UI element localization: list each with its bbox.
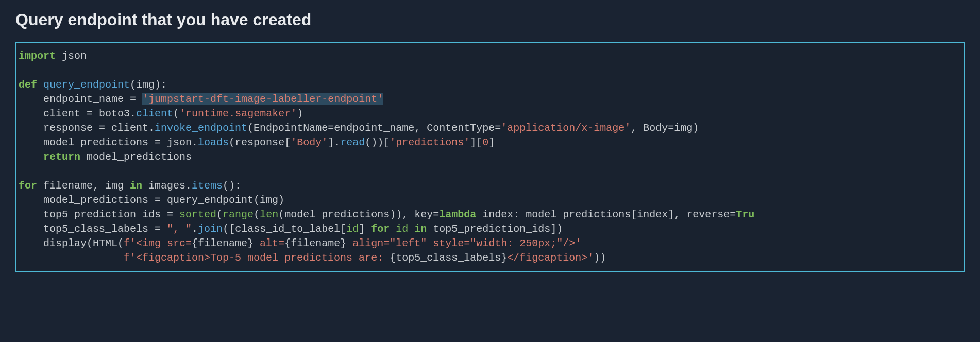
code-token: ]	[488, 136, 495, 148]
code-token: {filename}	[284, 237, 346, 249]
code-token: {top5_class_labels}	[390, 252, 507, 264]
code-token: query_endpoint(img)	[161, 194, 284, 206]
code-token	[408, 223, 414, 235]
code-token: =	[167, 209, 173, 220]
code-token: 0	[482, 136, 488, 148]
section-heading: Query endpoint that you have created	[15, 10, 965, 29]
code-token: sorted	[179, 209, 216, 220]
code-token: =	[87, 108, 93, 119]
code-token: invoke_endpoint	[155, 122, 247, 134]
code-token: lambda	[439, 209, 476, 220]
code-token	[161, 223, 167, 235]
code-token	[19, 151, 43, 163]
code-token	[390, 223, 396, 235]
code-token: images	[142, 180, 185, 192]
code-token: =	[155, 223, 161, 235]
code-content: import json def query_endpoint(img): end…	[16, 49, 964, 265]
code-token: client	[105, 122, 148, 134]
code-token: .	[130, 108, 136, 119]
code-token: 'runtime.sagemaker'	[179, 108, 297, 119]
code-token: in	[414, 223, 427, 235]
code-token: client	[136, 108, 173, 119]
code-token: (model_predictions)), key	[278, 209, 433, 220]
code-token: (	[173, 108, 179, 119]
code-token: ][	[470, 136, 482, 148]
code-token: query_endpoint	[43, 79, 130, 91]
code-token: .	[148, 122, 155, 134]
code-token: in	[130, 180, 142, 192]
code-token: model_predictions	[19, 136, 155, 148]
code-token	[136, 93, 142, 105]
code-token: ]	[359, 223, 371, 235]
code-token: </figcaption>'	[507, 252, 594, 264]
code-token: 'Body'	[291, 136, 328, 148]
code-token: top5_prediction_ids])	[427, 223, 563, 235]
code-token: alt=	[254, 237, 284, 249]
code-token: (img):	[130, 79, 167, 91]
code-token: (EndpointName	[247, 122, 328, 134]
code-token: =	[668, 122, 674, 134]
code-token: =	[433, 209, 439, 220]
code-token: len	[260, 209, 278, 220]
code-token: align="left" style="width: 250px;"/>'	[346, 237, 581, 249]
code-token: =	[328, 122, 334, 134]
code-token: range	[223, 209, 254, 220]
code-token: ", "	[167, 223, 192, 235]
code-token: 'predictions'	[390, 136, 470, 148]
code-token: ():	[223, 180, 241, 192]
code-token: =	[99, 122, 105, 134]
code-token: model_predictions	[19, 194, 155, 206]
code-token: for	[19, 180, 37, 192]
code-token: ]	[328, 136, 334, 148]
code-token: f'<img src=	[124, 237, 192, 249]
code-token: ())[	[365, 136, 390, 148]
code-token: loads	[198, 136, 229, 148]
code-token: join	[198, 223, 223, 235]
code-token: Tru	[736, 209, 754, 220]
code-token: boto3	[93, 108, 130, 119]
code-token: json	[56, 50, 87, 62]
code-token	[19, 252, 124, 264]
code-token: client	[19, 108, 87, 119]
code-token: ([class_id_to_label[	[223, 223, 346, 235]
code-token: top5_prediction_ids	[19, 209, 167, 220]
code-token: (	[216, 209, 223, 220]
code-token: =	[155, 194, 161, 206]
code-token: .	[185, 180, 192, 192]
code-token	[37, 79, 43, 91]
code-token: return	[43, 151, 80, 163]
code-token: .	[192, 136, 198, 148]
code-token: 'jumpstart-dft-image-labeller-endpoint'	[142, 93, 383, 105]
code-block[interactable]: import json def query_endpoint(img): end…	[15, 42, 965, 272]
code-token: )	[297, 108, 303, 119]
code-token: model_predictions	[80, 151, 192, 163]
code-token: id	[396, 223, 408, 235]
code-token: items	[192, 180, 223, 192]
code-token	[173, 209, 179, 220]
code-token: =	[155, 136, 161, 148]
code-token: filename, img	[37, 180, 130, 192]
code-token: index: model_predictions[index], reverse	[476, 209, 730, 220]
code-token: , Body	[631, 122, 668, 134]
code-token: 'application/x-image'	[501, 122, 631, 134]
code-token: f'<figcaption>Top-5 model predictions ar…	[124, 252, 390, 264]
code-token: =	[495, 122, 501, 134]
code-token: .	[334, 136, 340, 148]
code-token: (	[254, 209, 260, 220]
code-token: id	[346, 223, 359, 235]
code-token: .	[192, 223, 198, 235]
code-token: ))	[594, 252, 606, 264]
code-token: response	[19, 122, 99, 134]
code-token: endpoint_name, ContentType	[334, 122, 495, 134]
code-token: def	[19, 79, 37, 91]
code-token: display(HTML(	[19, 237, 124, 249]
code-token: =	[130, 93, 136, 105]
code-token: json	[161, 136, 192, 148]
code-token: read	[340, 136, 365, 148]
code-token: for	[371, 223, 390, 235]
code-token: endpoint_name	[19, 93, 130, 105]
code-token: top5_class_labels	[19, 223, 155, 235]
code-token: import	[19, 50, 56, 62]
code-token: (response[	[229, 136, 291, 148]
code-token: img)	[674, 122, 699, 134]
